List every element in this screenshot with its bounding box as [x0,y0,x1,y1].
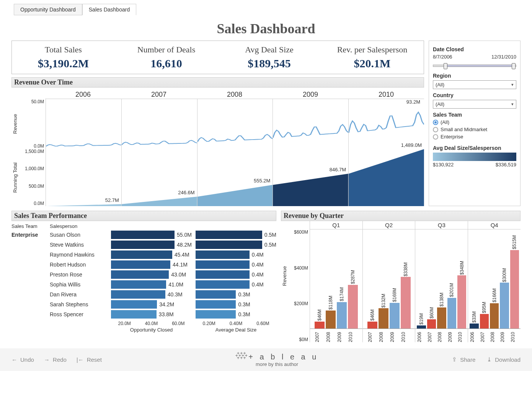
page-title: Sales Dashboard [11,21,521,37]
bar-value: $515M [512,235,517,249]
bar-value: 0.4M [252,262,264,268]
salesperson-name: Susan Olson [50,232,111,238]
salesperson-name: Raymond Hawkins [50,252,111,258]
running-total-label: 555.2M [254,178,270,184]
bar[interactable]: $338M [401,229,411,328]
bar-year: 2007 [367,332,373,342]
bar-opp-closed [111,310,157,319]
axis-label-running-total: Running Total [11,149,19,206]
share-button[interactable]: ⇪Share [452,356,475,363]
dropdown-value: (All) [436,101,444,107]
bar[interactable]: $169M [390,229,400,328]
bar[interactable]: $166M [490,229,499,328]
bar[interactable]: $46M [315,229,325,328]
undo-button[interactable]: ←Undo [11,356,34,363]
kpi-avg-deal: Avg Deal Size $189,545 [218,41,321,74]
table-row[interactable]: Steve Watkins48.2M0.5M [11,240,276,250]
bar-year: 2008 [490,332,495,342]
bar-year: 2010 [457,332,463,342]
reset-button[interactable]: |←Reset [77,356,102,363]
bar-value: 0.4M [252,252,264,258]
tableau-branding[interactable]: + + ++ + + ++ + + + a b l e a u more by … [235,352,319,367]
bar-value: $300M [502,268,507,282]
table-row[interactable]: Robert Hudson44.1M0.4M [11,260,276,270]
bar-value: $118M [328,296,333,310]
bar[interactable]: $300M [500,229,509,328]
bar[interactable]: $138M [437,229,446,328]
bar[interactable]: $287M [348,229,358,328]
bar[interactable]: $174M [337,229,347,328]
bar-avg-deal [196,231,262,239]
year-header: 2006 [45,89,121,99]
table-row[interactable]: EnterpriseSusan Olson55.0M0.5M [11,230,276,240]
bar-year: 2010 [401,332,406,342]
kpi-label: Avg Deal Size [219,45,319,55]
chart-sales-team-performance[interactable]: Sales Team Performance Sales Team Salesp… [11,211,276,342]
bar-value: 0.5M [264,232,276,238]
running-total-label: 52.7M [105,197,119,203]
tick: 50.0M [19,99,44,104]
section-title: Revenue by Quarter [281,211,521,221]
bar[interactable]: $132M [379,229,388,328]
tab-sales[interactable]: Sales Dashboard [82,4,136,15]
bar[interactable]: $60M [427,229,436,328]
reset-icon: |← [77,356,84,363]
table-row[interactable]: Ross Spencer33.8M0.3M [11,309,276,319]
slider-handle-left[interactable] [444,63,447,69]
download-button[interactable]: ⤓Download [487,356,521,363]
bar-avg-deal [196,241,262,249]
svg-marker-2 [197,185,273,206]
quarter-header: Q1 [310,221,362,229]
filter-date-label: Date Closed [433,46,516,52]
bar-value: $46M [317,309,322,321]
region-dropdown[interactable]: (All) [433,80,516,89]
chart-revenue-by-quarter[interactable]: Revenue by Quarter Revenue $600M$400M$20… [281,211,521,342]
tick: 500.0M [19,184,44,189]
table-row[interactable]: Raymond Hawkins45.4M0.4M [11,250,276,260]
bar[interactable]: $348M [457,229,466,328]
bar[interactable]: $33M [470,229,478,328]
axis-label: Average Deal Size [196,327,276,333]
bar-opp-closed [111,241,175,249]
running-total-label: 846.7M [330,167,346,172]
bar-value: 0.3M [238,291,250,298]
date-to: 12/31/2010 [491,54,516,60]
bar-avg-deal [196,290,236,299]
tick: $600M [288,229,308,235]
table-row[interactable]: Preston Rose43.0M0.4M [11,270,276,280]
bar-value: $174M [339,287,344,301]
section-title: Sales Team Performance [11,211,276,221]
bar[interactable]: $515M [510,229,519,328]
bar[interactable]: $201M [447,229,456,328]
country-dropdown[interactable]: (All) [433,100,516,109]
bar-year: 2009 [500,332,505,342]
tick: 0.0M [19,143,44,149]
tick: 0.0M [19,201,44,206]
bar-value: $95M [481,302,487,313]
bar[interactable]: $19M [417,229,426,328]
bar-year: 2009 [390,332,395,342]
date-slider[interactable] [433,62,516,69]
table-row[interactable]: Dan Rivera40.3M0.3M [11,289,276,299]
radio-enterprise[interactable]: Enterprise [433,134,516,140]
kpi-rev-per-sp: Rev. per Salesperson $20.1M [321,41,424,74]
slider-handle-right[interactable] [512,63,516,69]
bar-avg-deal [196,260,250,269]
legend-gradient [433,153,516,161]
tab-opportunity[interactable]: Opportunity Dashboard [14,4,82,15]
legend-max: $336,519 [496,162,516,167]
radio-smb[interactable]: Small and Midmarket [433,127,516,132]
radio-all[interactable]: (All) [433,119,516,125]
svg-marker-0 [46,204,121,206]
redo-button[interactable]: →Redo [44,356,67,363]
bar-value: 55.0M [177,232,192,238]
bar-value: 40.3M [168,291,183,298]
bar[interactable]: $46M [367,229,377,328]
table-row[interactable]: Sarah Stephens34.2M0.3M [11,299,276,309]
bar[interactable]: $118M [326,229,336,328]
chart-revenue-over-time[interactable]: 20062007200820092010 Revenue 50.0M 0.0M … [11,89,424,206]
bar-year: 2009 [447,332,453,342]
col-header: Sales Team [11,223,50,229]
table-row[interactable]: Sophia Willis41.0M0.4M [11,280,276,289]
bar[interactable]: $95M [480,229,489,328]
